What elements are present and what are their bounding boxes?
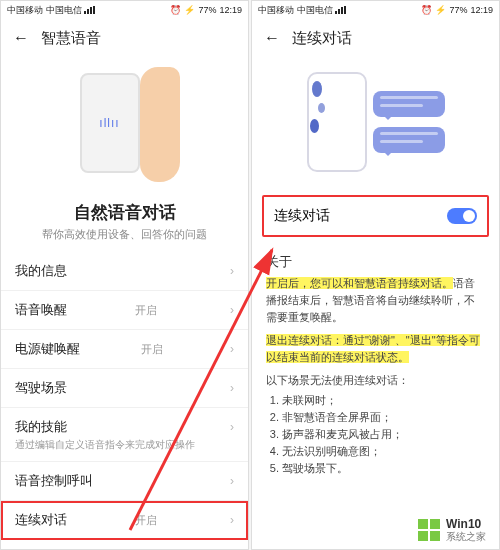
- toggle-label: 连续对话: [274, 207, 330, 225]
- menu-my-skills[interactable]: 我的技能 › 通过编辑自定义语音指令来完成对应操作: [1, 408, 248, 462]
- menu-drive-scene[interactable]: 驾驶场景 ›: [1, 369, 248, 408]
- watermark: Win10 系统之家: [410, 514, 494, 546]
- menu-sublabel: 通过编辑自定义语音指令来完成对应操作: [15, 438, 234, 451]
- about-hl1: 开启后，您可以和智慧语音持续对话。: [266, 277, 453, 289]
- back-icon[interactable]: ←: [264, 29, 280, 47]
- back-icon[interactable]: ←: [13, 29, 29, 47]
- menu-label: 语音控制呼叫: [15, 472, 93, 490]
- left-screenshot: 中国移动 中国电信 ⏰ ⚡ 77% 12:19 ← 智慧语音 ıllıı 自然语…: [0, 0, 249, 550]
- alarm-icon: ⏰: [421, 5, 432, 15]
- menu-label: 我的信息: [15, 262, 67, 280]
- hero-title: 自然语音对话: [13, 201, 236, 224]
- right-screenshot: 中国移动 中国电信 ⏰ ⚡ 77% 12:19 ← 连续对话 连续对话: [251, 0, 500, 550]
- page-title: 连续对话: [292, 29, 352, 48]
- menu-continuous-dialog[interactable]: 连续对话 开启 ›: [1, 501, 248, 540]
- menu-label: 驾驶场景: [15, 379, 67, 397]
- settings-menu: 我的信息 › 语音唤醒 开启 › 电源键唤醒 开启 › 驾驶场景 › 我的技能 …: [1, 252, 248, 540]
- watermark-line1: Win10: [446, 518, 486, 531]
- chevron-right-icon: ›: [230, 303, 234, 317]
- time-label: 12:19: [219, 5, 242, 15]
- menu-my-info[interactable]: 我的信息 ›: [1, 252, 248, 291]
- about-list-item: 驾驶场景下。: [282, 460, 485, 477]
- chevron-right-icon: ›: [230, 342, 234, 356]
- waveform-icon: ıllıı: [99, 116, 119, 130]
- chevron-right-icon: ›: [230, 474, 234, 488]
- about-list-item: 未联网时；: [282, 392, 485, 409]
- carrier-label: 中国移动 中国电信: [7, 4, 82, 17]
- hero-illustration: ıllıı: [1, 57, 248, 197]
- continuous-dialog-toggle-row: 连续对话: [262, 195, 489, 237]
- signal-icon: [335, 6, 346, 14]
- chevron-right-icon: ›: [230, 513, 234, 527]
- toggle-switch[interactable]: [447, 208, 477, 224]
- status-bar: 中国移动 中国电信 ⏰ ⚡ 77% 12:19: [252, 1, 499, 19]
- menu-label: 连续对话: [15, 511, 67, 529]
- menu-status: 开启: [141, 342, 163, 357]
- chevron-right-icon: ›: [230, 381, 234, 395]
- windows-logo-icon: [418, 519, 440, 541]
- about-hl2: 退出连续对话：通过"谢谢"、"退出"等指令可以结束当前的连续对话状态。: [266, 334, 480, 363]
- page-title: 智慧语音: [41, 29, 101, 48]
- battery-icon: ⚡: [184, 5, 195, 15]
- signal-icon: [84, 6, 95, 14]
- alarm-icon: ⏰: [170, 5, 181, 15]
- about-text: 开启后，您可以和智慧语音持续对话。语音播报结束后，智慧语音将自动继续聆听，不需要…: [252, 275, 499, 488]
- watermark-line2: 系统之家: [446, 531, 486, 542]
- menu-label: 语音唤醒: [15, 301, 67, 319]
- carrier-label: 中国移动 中国电信: [258, 4, 333, 17]
- page-header: ← 连续对话: [252, 19, 499, 57]
- battery-label: 77%: [198, 5, 216, 15]
- menu-voice-wake[interactable]: 语音唤醒 开启 ›: [1, 291, 248, 330]
- battery-icon: ⚡: [435, 5, 446, 15]
- chat-bubble-icon: [373, 127, 445, 153]
- menu-status: 开启: [135, 513, 157, 528]
- chat-bubble-icon: [373, 91, 445, 117]
- about-list-item: 非智慧语音全屏界面；: [282, 409, 485, 426]
- about-list: 未联网时； 非智慧语音全屏界面； 扬声器和麦克风被占用； 无法识别明确意图； 驾…: [266, 392, 485, 477]
- menu-label: 我的技能: [15, 418, 67, 436]
- status-bar: 中国移动 中国电信 ⏰ ⚡ 77% 12:19: [1, 1, 248, 19]
- menu-voice-control-call[interactable]: 语音控制呼叫 ›: [1, 462, 248, 501]
- menu-status: 开启: [135, 303, 157, 318]
- hero-subtitle: 帮你高效使用设备、回答你的问题: [13, 227, 236, 242]
- menu-label: 电源键唤醒: [15, 340, 80, 358]
- time-label: 12:19: [470, 5, 493, 15]
- about-list-item: 扬声器和麦克风被占用；: [282, 426, 485, 443]
- battery-label: 77%: [449, 5, 467, 15]
- page-header: ← 智慧语音: [1, 19, 248, 57]
- about-list-item: 无法识别明确意图；: [282, 443, 485, 460]
- menu-power-wake[interactable]: 电源键唤醒 开启 ›: [1, 330, 248, 369]
- hero-illustration: [252, 57, 499, 187]
- chevron-right-icon: ›: [230, 420, 234, 434]
- chevron-right-icon: ›: [230, 264, 234, 278]
- about-section-label: 关于: [252, 245, 499, 275]
- about-list-intro: 以下场景无法使用连续对话：: [266, 372, 485, 389]
